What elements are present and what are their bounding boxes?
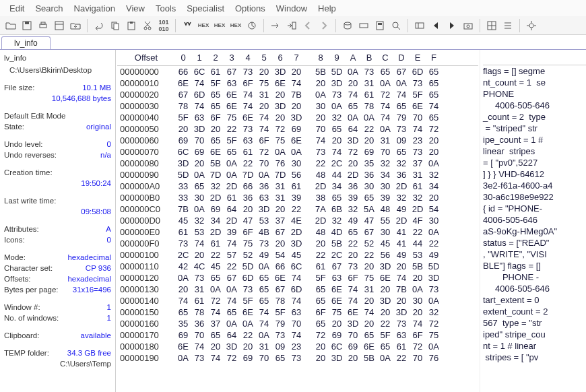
- byte-cell[interactable]: 35: [361, 158, 377, 169]
- byte-cell[interactable]: 34: [207, 215, 224, 226]
- byte-cell[interactable]: 7D: [240, 169, 256, 181]
- byte-cell[interactable]: 47: [361, 215, 377, 226]
- byte-cell[interactable]: 09: [393, 135, 410, 146]
- byte-cell[interactable]: 48: [313, 226, 329, 238]
- properties-icon[interactable]: [52, 18, 67, 33]
- ascii-row[interactable]: iped" stripe_cou: [483, 329, 586, 340]
- byte-cell[interactable]: 22: [377, 318, 393, 329]
- byte-cell[interactable]: 30: [288, 158, 304, 169]
- ascii-row[interactable]: ] } } VHD-64612: [483, 168, 586, 180]
- byte-cell[interactable]: 73: [393, 318, 410, 329]
- ascii-row[interactable]: tart_extent = 0: [483, 294, 586, 306]
- hex-row[interactable]: 000000A03365322D663631612D343630302D6134: [117, 181, 478, 192]
- byte-cell[interactable]: 20: [345, 158, 361, 169]
- byte-cell[interactable]: 74: [256, 123, 272, 135]
- byte-cell[interactable]: 6D: [288, 284, 304, 295]
- byte-cell[interactable]: 65: [207, 329, 224, 341]
- byte-cell[interactable]: 65: [393, 100, 410, 112]
- byte-cell[interactable]: 73: [240, 123, 256, 135]
- byte-cell[interactable]: 74: [191, 238, 207, 249]
- ascii-row[interactable]: nt = 1 # linear: [483, 340, 586, 352]
- byte-cell[interactable]: 32: [426, 169, 442, 181]
- byte-cell[interactable]: 0A: [207, 284, 224, 295]
- hex-row[interactable]: 00000050203D202273747269706564220A737472: [117, 123, 478, 135]
- byte-cell[interactable]: 22: [224, 123, 240, 135]
- byte-cell[interactable]: 3D: [329, 352, 345, 364]
- byte-cell[interactable]: 0A: [191, 203, 207, 215]
- byte-cell[interactable]: 65: [256, 284, 272, 295]
- disk-icon[interactable]: [340, 18, 355, 33]
- byte-cell[interactable]: 32: [410, 192, 426, 203]
- ram-icon[interactable]: [356, 18, 371, 33]
- byte-cell[interactable]: 3D: [345, 318, 361, 329]
- byte-cell[interactable]: 20: [361, 318, 377, 329]
- byte-cell[interactable]: 70: [313, 123, 329, 135]
- byte-cell[interactable]: 20: [313, 77, 329, 89]
- byte-cell[interactable]: 65: [272, 352, 288, 364]
- byte-cell[interactable]: 52: [240, 249, 256, 261]
- replace-hex-icon[interactable]: HEX: [212, 18, 227, 33]
- byte-cell[interactable]: 22: [361, 123, 377, 135]
- byte-cell[interactable]: 61: [191, 295, 207, 306]
- ascii-row[interactable]: extent_count = 2: [483, 306, 586, 317]
- byte-cell[interactable]: 55: [377, 215, 393, 226]
- byte-cell[interactable]: 65: [345, 226, 361, 238]
- folder-up-icon[interactable]: [68, 18, 83, 33]
- byte-cell[interactable]: 36: [393, 169, 410, 181]
- byte-cell[interactable]: 5F: [175, 112, 191, 123]
- byte-cell[interactable]: 32: [426, 306, 442, 318]
- hex-row[interactable]: 0000013020310A0A7365676D656E7431207B0A73: [117, 284, 478, 295]
- byte-cell[interactable]: 37: [272, 215, 288, 226]
- byte-cell[interactable]: 69: [288, 123, 304, 135]
- byte-cell[interactable]: 6E: [329, 284, 345, 295]
- byte-cell[interactable]: 20: [191, 249, 207, 261]
- open-icon[interactable]: [3, 18, 18, 33]
- byte-cell[interactable]: 20: [313, 341, 329, 352]
- ascii-row[interactable]: 567 type = "str: [483, 317, 586, 329]
- hex-row[interactable]: 000001806E74203D20310923206C696E6561720A: [117, 341, 478, 352]
- byte-cell[interactable]: 74: [377, 100, 393, 112]
- byte-cell[interactable]: 69: [175, 329, 191, 341]
- byte-cell[interactable]: 6E: [288, 135, 304, 146]
- byte-cell[interactable]: 20: [410, 306, 426, 318]
- byte-cell[interactable]: 45: [377, 238, 393, 249]
- byte-cell[interactable]: 73: [410, 77, 426, 89]
- byte-cell[interactable]: 7B: [175, 203, 191, 215]
- byte-cell[interactable]: 78: [272, 295, 288, 306]
- byte-cell[interactable]: 61: [175, 226, 191, 238]
- byte-cell[interactable]: 2D: [288, 226, 304, 238]
- byte-cell[interactable]: 69: [191, 146, 207, 158]
- byte-cell[interactable]: 72: [313, 329, 329, 341]
- byte-cell[interactable]: 6F: [410, 329, 426, 341]
- byte-cell[interactable]: 67: [224, 66, 240, 77]
- byte-cell[interactable]: 72: [345, 146, 361, 158]
- byte-cell[interactable]: 70: [288, 318, 304, 329]
- byte-cell[interactable]: 6C: [175, 146, 191, 158]
- settings-icon[interactable]: [524, 18, 539, 33]
- byte-cell[interactable]: 74: [191, 341, 207, 352]
- byte-cell[interactable]: 73: [240, 284, 256, 295]
- byte-cell[interactable]: 23: [410, 135, 426, 146]
- byte-cell[interactable]: 2D: [345, 169, 361, 181]
- byte-cell[interactable]: 65: [393, 146, 410, 158]
- byte-cell[interactable]: 37: [410, 158, 426, 169]
- byte-cell[interactable]: 64: [224, 329, 240, 341]
- byte-cell[interactable]: 3D: [377, 261, 393, 272]
- byte-cell[interactable]: 74: [240, 100, 256, 112]
- byte-cell[interactable]: 3D: [272, 66, 288, 77]
- byte-cell[interactable]: 32: [345, 203, 361, 215]
- byte-cell[interactable]: 6E: [345, 306, 361, 318]
- byte-cell[interactable]: 74: [410, 318, 426, 329]
- byte-cell[interactable]: 6E: [175, 341, 191, 352]
- byte-cell[interactable]: 39: [377, 192, 393, 203]
- byte-cell[interactable]: 22: [240, 329, 256, 341]
- byte-cell[interactable]: 0A: [191, 169, 207, 181]
- find-icon[interactable]: [180, 18, 195, 33]
- hex-view[interactable]: Offset 0123456789ABCDEF 00000000666C6167…: [116, 50, 586, 392]
- byte-cell[interactable]: 0A: [393, 77, 410, 89]
- byte-cell[interactable]: 35: [175, 318, 191, 329]
- hex-row[interactable]: 000000405F636F756E74203D20320A0A74797065: [117, 112, 478, 123]
- byte-cell[interactable]: 6E: [272, 77, 288, 89]
- byte-cell[interactable]: 75: [272, 135, 288, 146]
- byte-cell[interactable]: 6F: [313, 306, 329, 318]
